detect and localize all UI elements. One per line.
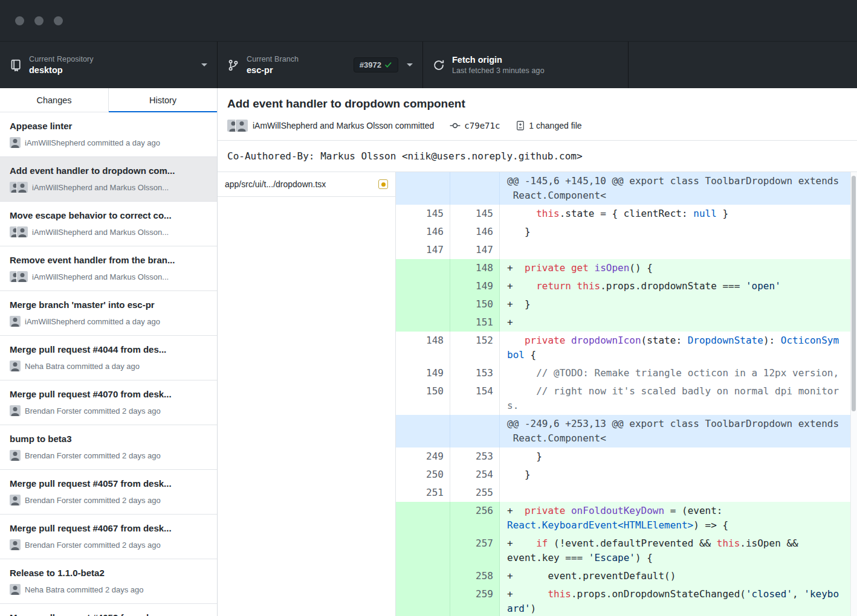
branch-switcher-labels: Current Branch esc-pr bbox=[247, 55, 299, 75]
commit-list-item[interactable]: Merge pull request #4044 from des...Neha… bbox=[0, 336, 217, 380]
author-avatars bbox=[10, 450, 21, 461]
tab-history[interactable]: History bbox=[109, 88, 217, 112]
commit-list-item[interactable]: Merge pull request #4053 from des...Bren… bbox=[0, 604, 217, 616]
commit-title: Move escape behavior to correct co... bbox=[10, 210, 207, 222]
commit-sha: c79e71c bbox=[464, 121, 500, 130]
traffic-light-zoom-button[interactable] bbox=[54, 16, 63, 25]
diff-line: 149+ return this.props.dropdownState ===… bbox=[396, 277, 850, 295]
diff-gutter-old-line-number bbox=[396, 567, 450, 585]
commit-byline: Neha Batra committed 2 days ago bbox=[10, 584, 207, 595]
avatar bbox=[10, 405, 21, 416]
commit-byline-text: Brendan Forster committed 2 days ago bbox=[25, 541, 161, 550]
author-avatars bbox=[10, 361, 21, 371]
git-branch-icon bbox=[227, 59, 239, 71]
avatar bbox=[10, 584, 21, 595]
commit-title: Merge pull request #4070 from desk... bbox=[10, 388, 207, 400]
avatar bbox=[10, 450, 21, 461]
repository-switcher-label: Current Repository bbox=[29, 55, 94, 63]
commit-list-item[interactable]: Release to 1.1.0-beta2Neha Batra committ… bbox=[0, 559, 217, 604]
diff-code-text: // @TODO: Remake triangle octicon in a 1… bbox=[500, 364, 850, 382]
diff-code-text bbox=[500, 241, 850, 259]
diff-gutter-old-line-number bbox=[396, 313, 450, 332]
diff-gutter-old-line-number bbox=[396, 534, 450, 567]
avatar bbox=[236, 120, 248, 132]
traffic-light-minimize-button[interactable] bbox=[34, 16, 44, 25]
diff-line: 251255 bbox=[396, 484, 850, 502]
file-list-item[interactable]: app/src/ui/t.../dropdown.tsx bbox=[218, 172, 395, 197]
diff-line: 256+ private onFoldoutKeyDown = (event: … bbox=[396, 502, 850, 534]
diff-code-text: + private get isOpen() { bbox=[500, 259, 850, 277]
diff-gutter-new-line-number: 151 bbox=[450, 313, 500, 332]
diff-code-text: + bbox=[500, 313, 850, 332]
changed-files-group: 1 changed file bbox=[516, 120, 581, 131]
author-avatars bbox=[10, 405, 21, 416]
avatar bbox=[10, 137, 21, 148]
diff-gutter-new-line-number: 256 bbox=[450, 502, 500, 534]
commit-byline: iAmWillShepherd and Markus Olsson... bbox=[10, 226, 207, 237]
commit-list-item[interactable]: Add event handler to dropdown com...iAmW… bbox=[0, 157, 217, 202]
commit-byline: Neha Batra committed a day ago bbox=[10, 361, 207, 371]
commit-list-item[interactable]: Merge pull request #4057 from desk...Bre… bbox=[0, 470, 217, 515]
diff-line: 250254 } bbox=[396, 466, 850, 484]
diff-gutter-new-line-number: 255 bbox=[450, 484, 500, 502]
branch-name: esc-pr bbox=[247, 65, 299, 75]
diff-line: 147147 bbox=[396, 241, 850, 259]
diff-gutter-old-line-number: 146 bbox=[396, 223, 450, 241]
commit-list-item[interactable]: Merge pull request #4067 from desk...Bre… bbox=[0, 515, 217, 559]
branch-switcher[interactable]: Current Branch esc-pr #3972 bbox=[218, 42, 423, 88]
pr-number: #3972 bbox=[360, 60, 381, 69]
commit-byline-text: iAmWillShepherd and Markus Olsson... bbox=[32, 228, 169, 237]
commit-byline: Brendan Forster committed 2 days ago bbox=[10, 495, 207, 505]
diff-line: 148+ private get isOpen() { bbox=[396, 259, 850, 277]
diff-code-text: + return this.props.dropdownState === 'o… bbox=[500, 277, 850, 295]
diff-gutter-old-line-number: 148 bbox=[396, 332, 450, 364]
repository-name: desktop bbox=[29, 65, 94, 75]
commit-list-item[interactable]: Merge pull request #4070 from desk...Bre… bbox=[0, 380, 217, 425]
traffic-light-close-button[interactable] bbox=[15, 16, 24, 25]
commit-list-item[interactable]: Merge branch 'master' into esc-priAmWill… bbox=[0, 291, 217, 336]
commit-byline: Brendan Forster committed 2 days ago bbox=[10, 539, 207, 550]
toolbar: Current Repository desktop Current Branc… bbox=[0, 41, 857, 88]
commit-title: Merge pull request #4053 from des... bbox=[10, 612, 207, 616]
git-commit-icon bbox=[450, 120, 461, 131]
commit-byline-text: Brendan Forster committed 2 days ago bbox=[25, 406, 161, 415]
diff-line: 150+ } bbox=[396, 295, 850, 313]
avatar bbox=[10, 361, 21, 371]
changed-files-count: 1 changed file bbox=[529, 121, 581, 130]
diff-line: 259+ this.props.onDropdownStateChanged('… bbox=[396, 585, 850, 616]
diff-code-text: } bbox=[500, 223, 850, 241]
commit-list-item[interactable]: bump to beta3Brendan Forster committed 2… bbox=[0, 425, 217, 470]
commit-list-item[interactable]: Remove event handler from the bran...iAm… bbox=[0, 246, 217, 291]
diff-gutter-old-line-number: 149 bbox=[396, 364, 450, 382]
diff-gutter-old-line-number bbox=[396, 172, 450, 205]
fetch-origin-title: Fetch origin bbox=[452, 55, 545, 65]
diff-gutter-old-line-number: 250 bbox=[396, 466, 450, 484]
repo-book-icon bbox=[10, 59, 22, 71]
fetch-origin-subtitle: Last fetched 3 minutes ago bbox=[452, 66, 545, 75]
tab-changes[interactable]: Changes bbox=[0, 88, 109, 112]
commit-byline-text: iAmWillShepherd and Markus Olsson... bbox=[32, 183, 169, 192]
diff-view: @@ -145,6 +145,10 @@ export class Toolba… bbox=[396, 172, 850, 616]
commit-list-item[interactable]: Move escape behavior to correct co...iAm… bbox=[0, 202, 217, 246]
sync-icon bbox=[433, 59, 445, 71]
scrollbar-thumb[interactable] bbox=[852, 176, 856, 411]
commit-list-item[interactable]: Appease linteriAmWillShepherd committed … bbox=[0, 112, 217, 157]
repository-switcher[interactable]: Current Repository desktop bbox=[0, 42, 218, 88]
diff-gutter-new-line-number: 149 bbox=[450, 277, 500, 295]
scrollbar bbox=[850, 172, 857, 616]
diff-gutter-new-line-number bbox=[450, 172, 500, 205]
diff-code-text: + } bbox=[500, 295, 850, 313]
author-avatars bbox=[10, 584, 21, 595]
commit-title: Add event handler to dropdown com... bbox=[10, 165, 207, 177]
chevron-down-icon bbox=[407, 63, 413, 66]
diff-gutter-new-line-number: 148 bbox=[450, 259, 500, 277]
avatar bbox=[10, 316, 21, 327]
commit-title: Merge pull request #4044 from des... bbox=[10, 344, 207, 356]
file-path: app/src/ui/t.../dropdown.tsx bbox=[225, 179, 374, 189]
author-avatars bbox=[10, 271, 28, 282]
diff-gutter-new-line-number: 145 bbox=[450, 205, 500, 223]
commit-byline: iAmWillShepherd committed a day ago bbox=[10, 316, 207, 327]
diff-gutter-new-line-number: 254 bbox=[450, 466, 500, 484]
diff-line: 249253 } bbox=[396, 448, 850, 466]
fetch-origin-button[interactable]: Fetch origin Last fetched 3 minutes ago bbox=[423, 42, 629, 88]
